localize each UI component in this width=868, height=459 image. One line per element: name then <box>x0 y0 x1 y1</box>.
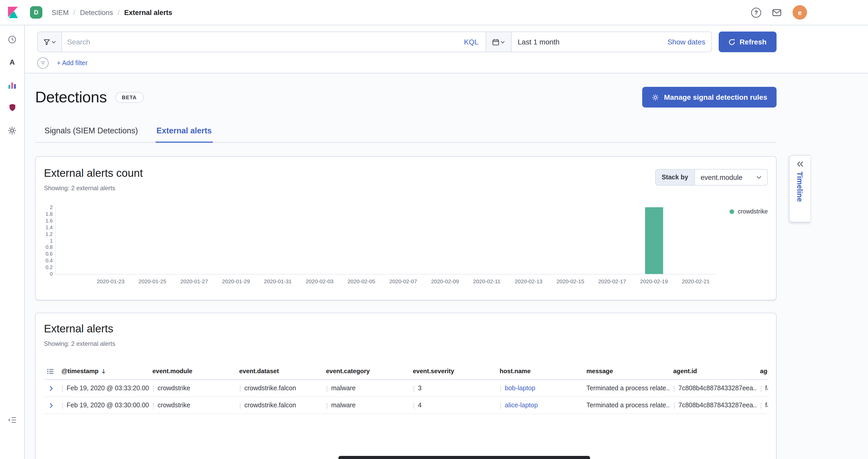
drag-handle[interactable] <box>500 402 502 408</box>
page-header: Detections BETA Manage signal detection … <box>35 87 777 108</box>
table-row-expand <box>44 397 58 414</box>
alerts-count-chart-plot: 21.81.61.41.210.80.60.40.202020-01-23202… <box>55 207 716 274</box>
count-panel-title: External alerts count <box>44 167 143 179</box>
column-settings-icon[interactable] <box>44 363 58 380</box>
query-bar-section: KQL Last 1 month Show dates Refresh <box>25 25 868 73</box>
add-filter-button[interactable]: + Add filter <box>57 59 88 67</box>
sidebar-item-a[interactable]: A <box>3 53 21 71</box>
stack-by-select[interactable]: event.module <box>694 169 768 186</box>
timeline-label[interactable]: Timeline <box>796 172 804 202</box>
filter-options-icon[interactable] <box>37 57 49 69</box>
help-icon[interactable]: ? <box>751 7 761 17</box>
cell-event-severity: 3 <box>410 380 497 397</box>
y-tick-label: 1.6 <box>45 218 53 223</box>
cell-timestamp: Feb 19, 2020 @ 03:33:20.000 <box>58 380 149 397</box>
analytics-app-icon[interactable] <box>3 76 21 94</box>
expand-timeline-icon[interactable] <box>797 161 803 167</box>
app-sidebar: A <box>0 25 25 459</box>
query-row: KQL Last 1 month Show dates Refresh <box>37 32 777 52</box>
newsfeed-icon[interactable] <box>772 9 781 16</box>
timeline-flyout-tab[interactable]: Timeline <box>789 155 810 222</box>
drag-handle[interactable] <box>239 402 242 408</box>
column-header-agent-name[interactable]: age <box>757 363 768 380</box>
drag-handle[interactable] <box>413 385 415 391</box>
management-gear-icon[interactable] <box>3 121 21 139</box>
expand-row-icon[interactable] <box>47 384 55 392</box>
calendar-menu-button[interactable] <box>486 32 512 52</box>
user-avatar[interactable]: e <box>793 5 807 20</box>
space-avatar[interactable]: D <box>30 6 42 19</box>
drag-handle[interactable] <box>326 402 329 408</box>
y-tick-label: 2 <box>50 205 53 210</box>
page-content: Detections BETA Manage signal detection … <box>25 73 868 459</box>
y-tick-label: 1 <box>50 238 53 243</box>
search-control: KQL <box>37 32 486 52</box>
column-header-event-module[interactable]: event.module <box>149 363 236 380</box>
drag-handle[interactable] <box>239 385 242 391</box>
cell-event-category: malware <box>323 380 410 397</box>
manage-signal-detection-rules-button[interactable]: Manage signal detection rules <box>642 87 777 108</box>
collapse-nav-icon[interactable] <box>3 411 21 429</box>
host-link[interactable]: bob-laptop <box>505 385 535 392</box>
saved-query-menu-button[interactable] <box>38 32 62 52</box>
drag-handle[interactable] <box>760 402 763 408</box>
expand-row-icon[interactable] <box>47 401 55 409</box>
drag-handle[interactable] <box>500 385 502 391</box>
drag-handle[interactable] <box>413 402 415 408</box>
cell-event-dataset: crowdstrike.falcon <box>236 397 323 414</box>
tab-external-alerts[interactable]: External alerts <box>156 120 213 143</box>
count-panel-showing: Showing: 2 external alerts <box>44 185 143 192</box>
column-header-timestamp[interactable]: @timestamp <box>58 363 149 380</box>
column-header-event-category[interactable]: event.category <box>323 363 410 380</box>
cell-timestamp: Feb 19, 2020 @ 03:30:00.000 <box>58 397 149 414</box>
tab-signals[interactable]: Signals (SIEM Detections) <box>43 120 139 142</box>
search-input[interactable] <box>62 32 457 52</box>
legend-item[interactable]: crowdstrike <box>730 208 768 215</box>
siem-app-icon[interactable] <box>3 99 21 116</box>
cell-event-dataset: crowdstrike.falcon <box>236 380 323 397</box>
kibana-logo-icon[interactable] <box>6 6 20 19</box>
stack-by-control: Stack by event.module <box>655 169 768 186</box>
drag-handle[interactable] <box>61 402 64 408</box>
column-header-host-name[interactable]: host.name <box>497 363 583 380</box>
time-range-value[interactable]: Last 1 month <box>512 32 566 52</box>
column-header-event-severity[interactable]: event.severity <box>410 363 497 380</box>
column-header-agent-id[interactable]: agent.id <box>670 363 757 380</box>
cell-host-name: bob-laptop <box>497 380 583 397</box>
x-tick-label: 2020-02-05 <box>347 278 375 284</box>
drag-handle[interactable] <box>673 402 676 408</box>
drag-handle[interactable] <box>152 402 155 408</box>
cell-event-category: malware <box>323 397 410 414</box>
beta-badge: BETA <box>115 92 144 102</box>
drag-handle[interactable] <box>760 385 763 391</box>
main-area: KQL Last 1 month Show dates Refresh <box>25 25 868 459</box>
drag-handle[interactable] <box>152 385 155 391</box>
host-link[interactable]: alice-laptop <box>505 402 538 409</box>
recently-viewed-icon[interactable] <box>3 30 21 48</box>
x-tick-label: 2020-02-03 <box>306 278 333 284</box>
app-body: A <box>0 25 868 459</box>
events-table: @timestamp event.module event.dataset ev… <box>44 363 768 414</box>
x-tick-label: 2020-01-23 <box>97 278 124 284</box>
drag-handle[interactable] <box>326 385 329 391</box>
column-header-message[interactable]: message <box>583 363 670 380</box>
x-tick-label: 2020-02-19 <box>640 278 668 284</box>
breadcrumb-siem[interactable]: SIEM <box>52 8 69 16</box>
stack-by-value: event.module <box>701 174 742 181</box>
refresh-button[interactable]: Refresh <box>719 32 777 52</box>
x-tick-label: 2020-01-31 <box>264 278 292 284</box>
count-panel-titles: External alerts count Showing: 2 externa… <box>44 167 143 192</box>
x-tick-label: 2020-02-17 <box>598 278 626 284</box>
breadcrumb-detections[interactable]: Detections <box>80 8 113 16</box>
column-header-event-dataset[interactable]: event.dataset <box>236 363 323 380</box>
drag-handle[interactable] <box>673 385 676 391</box>
alerts-panel-showing: Showing: 2 external alerts <box>44 340 768 347</box>
y-tick-label: 0.4 <box>45 258 53 263</box>
kql-syntax-button[interactable]: KQL <box>457 32 486 52</box>
cell-message: Terminated a process relate... <box>583 380 670 397</box>
cell-agent-name: fa <box>757 380 768 397</box>
drag-handle[interactable] <box>61 385 64 391</box>
show-dates-button[interactable]: Show dates <box>661 32 711 52</box>
tabs: Signals (SIEM Detections) External alert… <box>35 120 777 143</box>
y-tick-label: 1.8 <box>45 211 53 217</box>
